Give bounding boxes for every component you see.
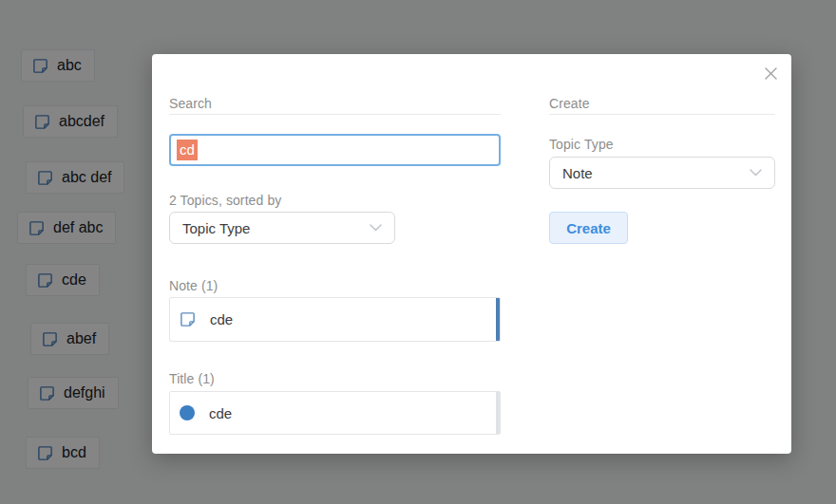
topic-type-label: Topic Type [549, 137, 614, 152]
topic-type-dropdown-value: Note [562, 165, 593, 181]
search-section-title: Search [169, 96, 212, 111]
sort-by-dropdown[interactable]: Topic Type [169, 212, 395, 244]
create-button[interactable]: Create [549, 212, 628, 244]
selected-indicator-bar [496, 298, 500, 341]
search-result-label: cde [210, 311, 233, 327]
divider [549, 114, 775, 115]
topics-summary-label: 2 Topics, sorted by [169, 193, 281, 208]
sort-by-dropdown-value: Topic Type [182, 220, 250, 236]
chevron-down-icon [750, 169, 762, 177]
create-section-title: Create [549, 96, 590, 111]
note-icon [180, 311, 196, 327]
close-icon[interactable] [760, 63, 781, 84]
group-header-title: Title (1) [169, 371, 215, 386]
group-header-note: Note (1) [169, 278, 218, 293]
topic-type-dropdown[interactable]: Note [549, 157, 775, 189]
search-result-note[interactable]: cde [169, 297, 501, 342]
search-result-label: cde [209, 405, 232, 421]
chevron-down-icon [370, 224, 382, 232]
search-input[interactable]: cd [169, 134, 501, 166]
idle-indicator-bar [496, 392, 500, 434]
search-input-selected-text: cd [177, 140, 198, 160]
search-result-title[interactable]: cde [169, 391, 501, 435]
divider [169, 114, 501, 115]
circle-icon [180, 405, 195, 420]
search-and-create-dialog: Search cd 2 Topics, sorted by Topic Type… [152, 54, 791, 454]
